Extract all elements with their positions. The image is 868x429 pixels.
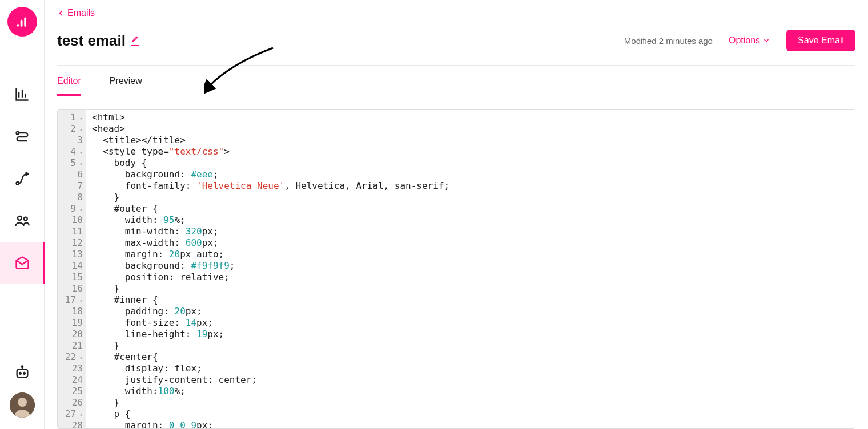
svg-point-8: [19, 373, 21, 374]
svg-point-6: [23, 217, 27, 221]
svg-point-12: [18, 398, 27, 407]
page-header: Emails test email Modified 2 minutes ago…: [45, 0, 868, 66]
line-gutter: 1234567891011121314151617181920212223242…: [58, 110, 86, 428]
page-title: test email: [57, 32, 126, 50]
chart-icon: [14, 86, 30, 102]
avatar-placeholder-icon: [10, 392, 35, 418]
code-editor[interactable]: 1234567891011121314151617181920212223242…: [57, 109, 855, 429]
options-dropdown[interactable]: Options: [729, 35, 770, 46]
breadcrumb-back[interactable]: Emails: [57, 8, 95, 18]
pencil-icon: [131, 35, 139, 43]
sidebar-item-audience[interactable]: [0, 200, 45, 242]
sidebar-item-bot[interactable]: [0, 364, 45, 380]
save-email-button[interactable]: Save Email: [786, 30, 855, 51]
flow-icon: [14, 128, 30, 144]
svg-point-0: [17, 24, 19, 26]
breadcrumb-label: Emails: [67, 8, 95, 18]
svg-rect-7: [17, 369, 27, 377]
sidebar: [0, 0, 45, 429]
sidebar-item-flows[interactable]: [0, 115, 45, 157]
route-icon: [14, 171, 30, 187]
main-content: Emails test email Modified 2 minutes ago…: [45, 0, 868, 429]
sidebar-item-analytics[interactable]: [0, 73, 45, 115]
svg-point-3: [16, 132, 19, 135]
app-logo[interactable]: [7, 7, 37, 37]
tab-editor[interactable]: Editor: [57, 66, 81, 96]
modified-timestamp: Modified 2 minutes ago: [624, 36, 713, 46]
svg-point-9: [23, 373, 25, 374]
code-body[interactable]: <html><head> <title></title> <style type…: [86, 110, 855, 428]
svg-rect-2: [24, 17, 26, 26]
bars-icon: [15, 14, 30, 29]
chevron-left-icon: [57, 9, 65, 17]
tab-bar: Editor Preview: [45, 66, 868, 96]
bot-icon: [14, 364, 30, 380]
chevron-down-icon: [762, 37, 770, 44]
svg-point-5: [17, 216, 21, 220]
user-avatar[interactable]: [10, 392, 35, 418]
svg-rect-1: [20, 20, 22, 27]
sidebar-item-journeys[interactable]: [0, 157, 45, 200]
options-label: Options: [729, 35, 760, 46]
mail-icon: [14, 255, 30, 271]
people-icon: [14, 213, 30, 229]
sidebar-item-emails[interactable]: [0, 242, 45, 284]
svg-point-10: [21, 366, 22, 367]
edit-title-button[interactable]: [131, 35, 139, 46]
editor-area: 1234567891011121314151617181920212223242…: [45, 96, 868, 429]
svg-point-4: [16, 182, 19, 185]
tab-preview[interactable]: Preview: [110, 66, 142, 96]
